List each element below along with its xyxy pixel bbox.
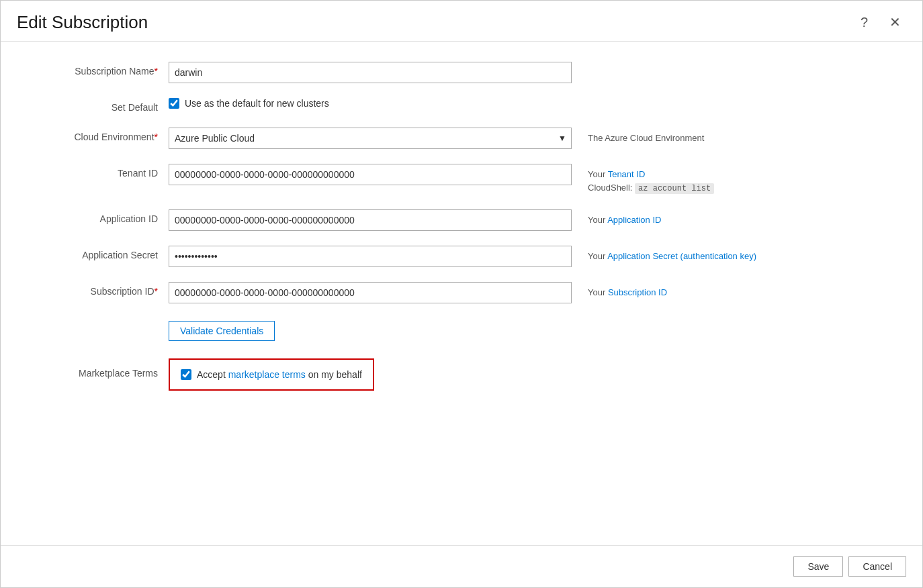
application-secret-row: Application Secret Your Application Secr…	[28, 246, 895, 267]
dialog-body: Subscription Name* Set Default Use as th…	[1, 42, 922, 545]
application-id-input[interactable]	[169, 209, 572, 231]
marketplace-section: Accept marketplace terms on my behalf	[169, 356, 374, 391]
edit-subscription-dialog: Edit Subscription ? ✕ Subscription Name*…	[0, 0, 923, 588]
dialog-footer: Save Cancel	[1, 545, 922, 587]
header-icons: ? ✕	[855, 11, 906, 33]
cloud-environment-help: The Azure Cloud Environment	[588, 128, 704, 145]
marketplace-accept-text: Accept marketplace terms on my behalf	[197, 369, 362, 380]
subscription-name-control	[169, 62, 572, 83]
set-default-control: Use as the default for new clusters	[169, 98, 572, 109]
application-id-link[interactable]: Application ID	[607, 215, 661, 225]
application-id-label: Application ID	[28, 209, 169, 224]
validate-control: Validate Credentials	[169, 318, 572, 341]
dialog-title: Edit Subscription	[17, 12, 148, 33]
subscription-id-help: Your Subscription ID	[588, 282, 667, 299]
tenant-id-label: Tenant ID	[28, 164, 169, 179]
application-id-row: Application ID Your Application ID	[28, 209, 895, 231]
subscription-id-input[interactable]	[169, 282, 572, 303]
cloud-environment-select-wrapper: Azure Public Cloud Azure US Government A…	[169, 128, 572, 149]
tenant-id-link[interactable]: Tenant ID	[608, 169, 646, 179]
set-default-checkbox[interactable]	[169, 98, 179, 109]
cloud-environment-select[interactable]: Azure Public Cloud Azure US Government A…	[169, 128, 572, 149]
set-default-checkbox-label: Use as the default for new clusters	[185, 98, 329, 109]
marketplace-terms-box: Accept marketplace terms on my behalf	[169, 358, 374, 391]
tenant-id-help: Your Tenant ID CloudShell: az account li…	[588, 164, 714, 195]
cloud-environment-control: Azure Public Cloud Azure US Government A…	[169, 128, 572, 149]
help-button[interactable]: ?	[855, 12, 873, 33]
application-secret-help: Your Application Secret (authentication …	[588, 246, 756, 263]
subscription-id-link[interactable]: Subscription ID	[608, 287, 667, 297]
cloud-environment-label: Cloud Environment*	[28, 128, 169, 142]
subscription-id-label: Subscription ID*	[28, 282, 169, 297]
application-secret-link[interactable]: Application Secret (authentication key)	[607, 251, 756, 261]
subscription-name-input[interactable]	[169, 62, 572, 83]
set-default-row: Set Default Use as the default for new c…	[28, 98, 895, 113]
tenant-id-input[interactable]	[169, 164, 572, 185]
application-secret-label: Application Secret	[28, 246, 169, 260]
tenant-id-control	[169, 164, 572, 185]
set-default-checkbox-row: Use as the default for new clusters	[169, 98, 572, 109]
cancel-button[interactable]: Cancel	[848, 556, 906, 577]
marketplace-terms-label: Marketplace Terms	[28, 368, 169, 379]
subscription-name-label: Subscription Name*	[28, 62, 169, 77]
subscription-id-control	[169, 282, 572, 303]
close-button[interactable]: ✕	[884, 11, 906, 33]
dialog-header: Edit Subscription ? ✕	[1, 1, 922, 42]
save-button[interactable]: Save	[793, 556, 843, 577]
set-default-label: Set Default	[28, 98, 169, 113]
tenant-id-row: Tenant ID Your Tenant ID CloudShell: az …	[28, 164, 895, 195]
application-secret-control	[169, 246, 572, 267]
subscription-id-row: Subscription ID* Your Subscription ID	[28, 282, 895, 303]
cloud-environment-row: Cloud Environment* Azure Public Cloud Az…	[28, 128, 895, 149]
tenant-id-code: az account list	[635, 183, 714, 194]
marketplace-terms-checkbox[interactable]	[181, 369, 191, 380]
validate-credentials-button[interactable]: Validate Credentials	[169, 321, 275, 341]
application-id-help: Your Application ID	[588, 209, 661, 227]
subscription-name-row: Subscription Name*	[28, 62, 895, 83]
marketplace-terms-link[interactable]: marketplace terms	[228, 369, 306, 380]
marketplace-row: Marketplace Terms Accept marketplace ter…	[28, 356, 895, 391]
validate-row: Validate Credentials	[28, 318, 895, 341]
application-secret-input[interactable]	[169, 246, 572, 267]
application-id-control	[169, 209, 572, 231]
